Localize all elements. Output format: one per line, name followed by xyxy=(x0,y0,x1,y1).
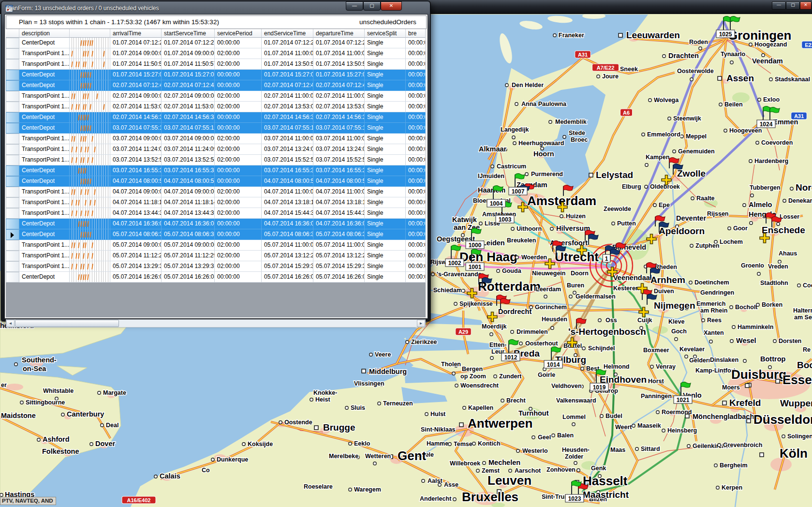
map-city-label: Deventer xyxy=(676,214,706,222)
table-row[interactable]: TransportPoint 1...03.07.2014 09:00:0003… xyxy=(6,134,426,144)
table-cell: 05.07.2014 15:29:31 xyxy=(313,261,365,272)
city-square xyxy=(459,423,463,427)
table-cell: CenterDepot xyxy=(19,38,70,48)
city-dot xyxy=(472,442,475,445)
close-icon[interactable]: ✕ xyxy=(381,1,402,11)
row-header[interactable] xyxy=(6,134,19,144)
row-header[interactable] xyxy=(6,155,19,165)
row-header[interactable] xyxy=(6,91,19,102)
row-header[interactable] xyxy=(6,102,19,112)
minimize-icon[interactable]: — xyxy=(772,1,786,10)
chain-tick-icon xyxy=(85,51,87,57)
stop-label: 1024 xyxy=(760,121,773,128)
city-dot xyxy=(61,413,64,416)
map-city-label: Veenendaal xyxy=(613,274,652,282)
table-row[interactable]: TransportPoint 1...01.07.2014 09:00:0001… xyxy=(6,48,426,59)
minimize-icon[interactable]: — xyxy=(346,1,363,11)
maximize-icon[interactable]: ▢ xyxy=(786,1,800,10)
city-dot xyxy=(756,141,759,144)
table-row[interactable]: TransportPoint 1...05.07.2014 13:29:3105… xyxy=(6,261,426,272)
table-row[interactable]: CenterDepot01.07.2014 15:27:0701.07.2014… xyxy=(6,70,426,80)
row-header[interactable] xyxy=(6,219,19,229)
scrollbar-thumb[interactable] xyxy=(15,320,119,327)
row-header[interactable] xyxy=(6,272,19,283)
scroll-left-icon[interactable]: ◄ xyxy=(6,320,15,327)
table-row[interactable]: TransportPoint 1...04.07.2014 09:00:0004… xyxy=(6,187,426,197)
column-header-startServceTime[interactable]: startServceTime xyxy=(162,29,215,38)
map-city-label: Arnhem xyxy=(650,275,685,285)
table-cell: 03.07.2014 09:00:00 xyxy=(162,134,215,144)
table-row[interactable]: CenterDepot01.07.2014 07:12:2701.07.2014… xyxy=(6,38,426,48)
table-row[interactable]: TransportPoint 1...02.07.2014 11:53:0102… xyxy=(6,102,426,112)
chain-tick-icon xyxy=(87,189,89,195)
row-header[interactable] xyxy=(6,240,19,251)
column-header-description[interactable]: description xyxy=(19,29,70,38)
row-header[interactable] xyxy=(6,38,19,48)
row-header[interactable] xyxy=(6,112,19,123)
row-header[interactable] xyxy=(6,59,19,70)
column-header-blank[interactable] xyxy=(6,29,19,38)
row-header[interactable] xyxy=(6,144,19,155)
row-header[interactable] xyxy=(6,70,19,80)
close-icon[interactable]: ✕ xyxy=(800,1,812,10)
table-cell: Single xyxy=(365,272,406,283)
row-header[interactable] xyxy=(6,251,19,261)
chain-tick-icon xyxy=(96,93,98,99)
chain-strip-cell xyxy=(70,112,110,123)
column-header-serviceSplit[interactable]: serviceSplit xyxy=(365,29,406,38)
table-row[interactable]: TransportPoint 1...03.07.2014 11:24:0903… xyxy=(6,144,426,155)
planform-window[interactable]: PlanForm: 13 unscheduled orders / 0 unsc… xyxy=(1,1,430,321)
scroll-right-icon[interactable]: ► xyxy=(417,320,425,327)
column-header-bre[interactable]: bre xyxy=(406,29,426,38)
city-dot xyxy=(349,442,352,445)
table-row[interactable]: TransportPoint 1...02.07.2014 09:00:0002… xyxy=(6,91,426,102)
table-row[interactable]: TransportPoint 1...05.07.2014 09:00:0005… xyxy=(6,240,426,251)
map-city-label: Gent xyxy=(398,448,427,463)
table-cell: 02.07.2014 14:56:34 xyxy=(110,112,162,123)
row-header[interactable] xyxy=(6,123,19,134)
maximize-icon[interactable]: ▢ xyxy=(363,1,381,11)
chain-tick-icon xyxy=(83,93,85,99)
horizontal-scrollbar[interactable]: ◄ ► xyxy=(6,319,426,328)
table-row[interactable]: TransportPoint 1...05.07.2014 11:12:2905… xyxy=(6,251,426,261)
row-header[interactable] xyxy=(6,187,19,197)
column-header-departureTime[interactable]: departureTime xyxy=(313,29,365,38)
column-header-endServiceTime[interactable]: endServiceTime xyxy=(262,29,313,38)
row-header[interactable] xyxy=(6,197,19,208)
table-row[interactable]: TransportPoint 1...04.07.2014 11:18:1404… xyxy=(6,197,426,208)
chain-tick-icon xyxy=(83,136,85,142)
table-row[interactable]: CenterDepot04.07.2014 16:36:0104.07.2014… xyxy=(6,219,426,229)
table-row[interactable]: CenterDepot05.07.2014 08:06:3005.07.2014… xyxy=(6,229,426,240)
column-header-arrivalTime[interactable]: arrivalTime xyxy=(110,29,162,38)
table-row[interactable]: CenterDepot03.07.2014 16:55:3103.07.2014… xyxy=(6,165,426,176)
table-cell: 02:00:00 xyxy=(215,48,262,59)
table-cell: 04.07.2014 16:36:01 xyxy=(110,219,162,229)
row-header[interactable] xyxy=(6,176,19,187)
row-header[interactable] xyxy=(6,208,19,219)
city-square xyxy=(362,369,366,373)
table-row[interactable]: CenterDepot03.07.2014 07:55:1203.07.2014… xyxy=(6,123,426,134)
table-row[interactable]: CenterDepot04.07.2014 08:00:5304.07.2014… xyxy=(6,176,426,187)
table-cell: 03.07.2014 07:55:12 xyxy=(162,123,215,134)
orders-grid[interactable]: descriptionarrivalTimestartServceTimeser… xyxy=(6,29,426,317)
table-row[interactable]: TransportPoint 1...04.07.2014 13:44:3904… xyxy=(6,208,426,219)
table-cell: 00:00:00 xyxy=(215,38,262,48)
map-city-label: Goch xyxy=(671,328,687,335)
road-badge-label: A16/E402 xyxy=(127,497,151,503)
city-dot xyxy=(662,429,665,432)
table-row[interactable]: TransportPoint 1...01.07.2014 11:50:5701… xyxy=(6,59,426,70)
column-header-servicePeriod[interactable]: servicePeriod xyxy=(215,29,262,38)
table-row[interactable]: TransportPoint 1...03.07.2014 13:52:5403… xyxy=(6,155,426,165)
row-header[interactable] xyxy=(6,261,19,272)
map-city-label: Joure xyxy=(602,73,619,80)
row-header[interactable] xyxy=(6,165,19,176)
row-header[interactable] xyxy=(6,229,19,240)
row-header[interactable] xyxy=(6,80,19,91)
row-header[interactable] xyxy=(6,48,19,59)
table-row[interactable]: CenterDepot02.07.2014 07:12:4702.07.2014… xyxy=(6,80,426,91)
column-header-blank[interactable] xyxy=(70,29,110,38)
table-row[interactable]: CenterDepot05.07.2014 16:26:0805.07.2014… xyxy=(6,272,426,283)
table-cell: 02:00:00 xyxy=(215,102,262,112)
unscheduled-orders-label[interactable]: unscheduledOrders xyxy=(359,18,416,26)
table-row[interactable]: CenterDepot02.07.2014 14:56:3402.07.2014… xyxy=(6,112,426,123)
